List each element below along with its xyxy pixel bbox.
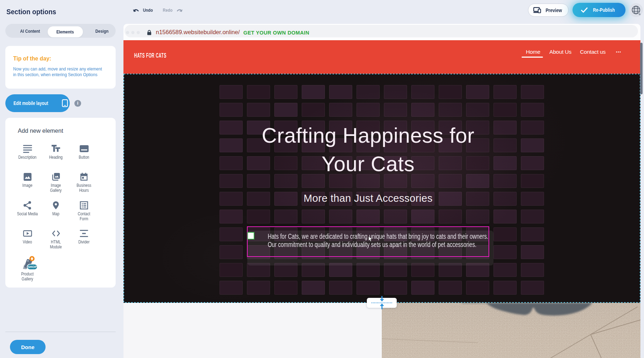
svg-text:SHOP: SHOP [28, 265, 37, 269]
